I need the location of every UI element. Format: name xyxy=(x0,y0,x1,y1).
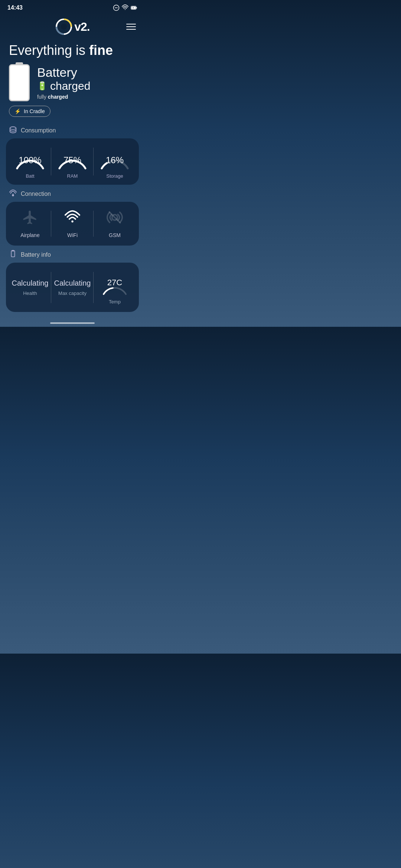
gsm-icon xyxy=(107,209,123,228)
logo-icon xyxy=(55,18,73,36)
battery-title: Battery xyxy=(37,66,90,79)
gauge-storage-arc: 16% xyxy=(98,144,131,170)
gauge-batt: 100% Batt xyxy=(9,144,51,179)
gauge-ram: 75% RAM xyxy=(51,144,94,179)
cradle-icon: ⚡ xyxy=(14,108,21,114)
battery-info: Battery 🔋 charged fully charged xyxy=(37,66,90,99)
logo-text: v2. xyxy=(74,20,89,34)
batt-temp: 27C Temp xyxy=(94,270,136,305)
battery-section: Battery 🔋 charged fully charged ⚡ In Cra… xyxy=(0,64,145,121)
gauge-ram-label: RAM xyxy=(67,173,78,179)
battery-info-section-label: Battery info xyxy=(0,246,145,263)
headline-strong: fine xyxy=(89,43,113,58)
svg-point-2 xyxy=(125,9,125,10)
gauge-storage-value: 16% xyxy=(106,155,124,166)
gauge-storage-label: Storage xyxy=(106,173,123,179)
battery-status-icon xyxy=(131,4,137,11)
gauge-card: 100% Batt 75% RAM 16% xyxy=(6,138,139,185)
conn-gsm: GSM xyxy=(94,209,136,238)
conn-airplane-label: Airplane xyxy=(20,232,39,238)
svg-point-9 xyxy=(12,195,14,196)
gauge-batt-arc: 100% xyxy=(13,144,47,170)
consumption-label: Consumption xyxy=(21,127,56,134)
gauge-ram-arc: 75% xyxy=(56,144,89,170)
consumption-section-label: Consumption xyxy=(0,121,145,138)
battery-icon xyxy=(9,64,30,101)
dnd-icon xyxy=(113,4,120,11)
svg-point-11 xyxy=(71,220,74,223)
battery-status-row: 🔋 charged xyxy=(37,80,90,92)
batt-temp-label: Temp xyxy=(109,299,121,305)
batt-health-label: Health xyxy=(23,290,37,296)
batt-max-capacity: Calculating Max capacity xyxy=(51,270,94,305)
connection-section-label: Connection xyxy=(0,185,145,202)
batt-temp-arc: 27C xyxy=(100,270,130,296)
battery-main: Battery 🔋 charged fully charged xyxy=(9,64,136,101)
status-icons xyxy=(113,4,137,11)
batt-health-value: Calculating xyxy=(12,279,49,287)
batt-max-capacity-value: Calculating xyxy=(54,279,91,287)
connection-icon xyxy=(9,189,17,199)
battery-info-icon xyxy=(9,250,17,260)
home-bar-line xyxy=(50,322,95,324)
gauge-storage: 16% Storage xyxy=(94,144,136,179)
batt-max-capacity-label: Max capacity xyxy=(58,290,87,296)
wifi-status-icon xyxy=(122,4,128,11)
svg-rect-4 xyxy=(136,7,137,9)
svg-rect-14 xyxy=(11,251,14,257)
gauge-batt-value: 100% xyxy=(19,155,41,166)
gauge-ram-value: 75% xyxy=(63,155,81,166)
gauge-batt-label: Batt xyxy=(26,173,34,179)
conn-gsm-label: GSM xyxy=(109,232,121,238)
db-icon xyxy=(9,126,17,135)
batt-temp-value: 27C xyxy=(107,278,122,287)
battery-icon-container xyxy=(9,64,30,101)
connection-card: Airplane WiFi xyxy=(6,202,139,246)
conn-wifi-label: WiFi xyxy=(67,232,78,238)
menu-button[interactable] xyxy=(125,22,137,31)
connection-label: Connection xyxy=(21,191,51,197)
conn-airplane: Airplane xyxy=(9,209,51,238)
battery-info-label: Battery info xyxy=(21,251,51,258)
svg-line-13 xyxy=(109,212,120,223)
hamburger-icon xyxy=(126,24,136,30)
status-time: 14:43 xyxy=(7,4,23,11)
header: v2. xyxy=(0,14,145,39)
airplane-icon xyxy=(22,209,38,228)
battery-subtitle-prefix: fully xyxy=(37,94,48,100)
battery-status: charged xyxy=(50,80,90,92)
logo: v2. xyxy=(55,18,89,36)
svg-point-7 xyxy=(61,24,67,30)
wifi-icon xyxy=(64,209,81,228)
battery-subtitle-strong: charged xyxy=(48,94,68,100)
svg-point-8 xyxy=(10,127,16,129)
plug-icon: 🔋 xyxy=(37,81,47,91)
status-bar: 14:43 xyxy=(0,0,145,14)
cradle-label: In Cradle xyxy=(24,108,45,114)
headline: Everything is fine xyxy=(0,39,145,64)
svg-rect-17 xyxy=(12,250,14,251)
battery-subtitle: fully charged xyxy=(37,94,90,100)
home-bar xyxy=(0,318,145,327)
conn-wifi: WiFi xyxy=(51,209,94,238)
battery-info-card: Calculating Health Calculating Max capac… xyxy=(6,263,139,312)
in-cradle-badge: ⚡ In Cradle xyxy=(9,106,50,117)
batt-health: Calculating Health xyxy=(9,270,51,305)
headline-prefix: Everything is xyxy=(9,43,89,58)
